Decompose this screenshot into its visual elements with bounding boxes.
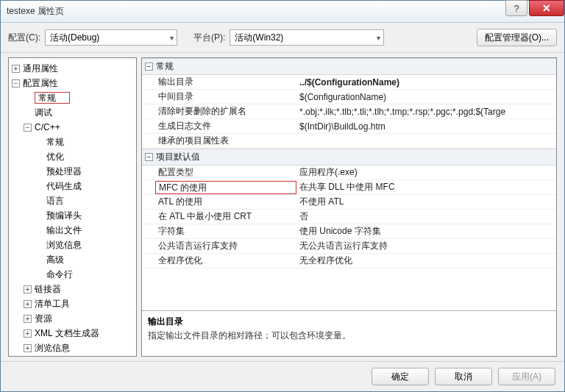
tree-cpp[interactable]: C/C++ <box>35 122 60 132</box>
tree-manifest[interactable]: 清单工具 <box>35 299 70 309</box>
property-row[interactable]: 继承的项目属性表 <box>142 134 556 149</box>
titlebar: testexe 属性页 ? ✕ <box>1 1 564 23</box>
tree-cpp-item[interactable]: 常规 <box>46 137 64 147</box>
tree-cpp-item[interactable]: 浏览信息 <box>46 240 82 250</box>
tree-xmldoc[interactable]: XML 文档生成器 <box>35 328 99 338</box>
property-row[interactable]: 生成日志文件$(IntDir)\BuildLog.htm <box>142 119 556 134</box>
platform-combo[interactable]: 活动(Win32) <box>230 29 384 46</box>
property-name: ATL 的使用 <box>142 196 296 208</box>
property-value[interactable]: $(IntDir)\BuildLog.htm <box>296 121 556 132</box>
group-defaults[interactable]: −项目默认值 <box>142 149 556 165</box>
property-name: 公共语言运行库支持 <box>142 240 296 252</box>
dialog-buttons: 确定 取消 应用(A) <box>1 361 564 391</box>
property-row[interactable]: 公共语言运行库支持无公共语言运行库支持 <box>142 239 556 254</box>
property-name: 字符集 <box>142 225 296 238</box>
config-toolbar: 配置(C): 活动(Debug) 平台(P): 活动(Win32) 配置管理器(… <box>1 23 564 53</box>
group-general[interactable]: −常规 <box>142 58 556 75</box>
expand-icon[interactable]: + <box>24 315 32 323</box>
property-value[interactable]: 应用程序(.exe) <box>296 166 556 179</box>
property-value[interactable]: 不使用 ATL <box>296 196 556 208</box>
property-row[interactable]: 字符集使用 Unicode 字符集 <box>142 224 556 239</box>
property-value[interactable]: ../$(ConfigurationName) <box>296 77 556 88</box>
property-name: MFC 的使用 <box>155 181 296 194</box>
tree-cpp-item[interactable]: 代码生成 <box>46 181 82 191</box>
content-area: +通用属性 −配置属性 常规 调试 −C/C++ 常规优化预处理器代码生成语言预… <box>1 53 564 361</box>
property-name: 清除时要删除的扩展名 <box>142 105 296 118</box>
close-button[interactable]: ✕ <box>529 0 564 16</box>
config-label: 配置(C): <box>8 32 40 44</box>
property-grid-pane: −常规 输出目录../$(ConfigurationName)中间目录$(Con… <box>141 57 557 357</box>
ok-button[interactable]: 确定 <box>372 368 429 385</box>
property-value[interactable]: 无公共语言运行库支持 <box>296 240 556 252</box>
property-row[interactable]: 输出目录../$(ConfigurationName) <box>142 75 556 90</box>
property-value[interactable]: *.obj;*.ilk;*.tlb;*.tli;*.tlh;*.tmp;*.rs… <box>296 107 556 117</box>
config-combo[interactable]: 活动(Debug) <box>45 29 177 46</box>
tree-cpp-item[interactable]: 输出文件 <box>46 225 82 235</box>
property-row[interactable]: MFC 的使用在共享 DLL 中使用 MFC <box>142 180 556 195</box>
expand-icon[interactable]: + <box>24 344 32 352</box>
expand-icon[interactable]: + <box>12 65 20 73</box>
property-row[interactable]: ATL 的使用不使用 ATL <box>142 195 556 210</box>
tree-cpp-item[interactable]: 语言 <box>46 196 64 206</box>
property-name: 继承的项目属性表 <box>142 135 296 147</box>
collapse-icon[interactable]: − <box>24 124 32 132</box>
expand-icon[interactable]: + <box>24 285 32 293</box>
tree-cpp-item[interactable]: 预编译头 <box>46 210 82 221</box>
property-value[interactable]: 无全程序优化 <box>296 254 556 267</box>
apply-button[interactable]: 应用(A) <box>498 368 555 385</box>
tree-debug[interactable]: 调试 <box>35 107 52 118</box>
property-row[interactable]: 中间目录$(ConfigurationName) <box>142 90 556 104</box>
expand-icon[interactable]: + <box>24 300 32 308</box>
tree-config-props[interactable]: 配置属性 <box>23 78 58 88</box>
platform-label: 平台(P): <box>193 32 225 44</box>
window-title: testexe 属性页 <box>7 5 505 18</box>
property-value[interactable]: 使用 Unicode 字符集 <box>296 225 556 238</box>
property-value[interactable]: $(ConfigurationName) <box>296 92 556 102</box>
config-manager-button[interactable]: 配置管理器(O)... <box>477 29 557 46</box>
tree-cpp-item[interactable]: 高级 <box>46 254 64 265</box>
property-row[interactable]: 在 ATL 中最小使用 CRT否 <box>142 210 556 224</box>
property-name: 全程序优化 <box>142 254 296 267</box>
property-row[interactable]: 配置类型应用程序(.exe) <box>142 165 556 180</box>
property-name: 配置类型 <box>142 166 296 179</box>
property-value[interactable]: 否 <box>296 210 556 223</box>
collapse-icon[interactable]: − <box>145 153 153 161</box>
property-value[interactable]: 在共享 DLL 中使用 MFC <box>296 181 556 193</box>
tree-linker[interactable]: 链接器 <box>35 284 61 294</box>
tree-resources[interactable]: 资源 <box>35 313 52 324</box>
tree-pane[interactable]: +通用属性 −配置属性 常规 调试 −C/C++ 常规优化预处理器代码生成语言预… <box>8 57 137 357</box>
tree-cpp-item[interactable]: 命令行 <box>46 269 73 279</box>
property-grid[interactable]: −常规 输出目录../$(ConfigurationName)中间目录$(Con… <box>142 58 556 310</box>
collapse-icon[interactable]: − <box>12 79 20 88</box>
tree-common-props[interactable]: 通用属性 <box>23 63 58 74</box>
property-row[interactable]: 清除时要删除的扩展名*.obj;*.ilk;*.tlb;*.tli;*.tlh;… <box>142 104 556 119</box>
property-name: 中间目录 <box>142 90 296 103</box>
property-name: 在 ATL 中最小使用 CRT <box>142 210 296 223</box>
expand-icon[interactable]: + <box>24 329 32 338</box>
property-row[interactable]: 全程序优化无全程序优化 <box>142 254 556 268</box>
property-page-window: testexe 属性页 ? ✕ 配置(C): 活动(Debug) 平台(P): … <box>0 0 565 392</box>
tree-general[interactable]: 常规 <box>35 92 70 104</box>
tree-browse[interactable]: 浏览信息 <box>35 343 70 353</box>
property-name: 生成日志文件 <box>142 120 296 132</box>
collapse-icon[interactable]: − <box>145 63 153 71</box>
description-panel: 输出目录 指定输出文件目录的相对路径；可以包含环境变量。 <box>142 310 556 356</box>
cancel-button[interactable]: 取消 <box>435 368 492 385</box>
help-button[interactable]: ? <box>505 0 527 16</box>
desc-title: 输出目录 <box>148 316 550 328</box>
tree-cpp-item[interactable]: 预处理器 <box>46 166 82 177</box>
tree-cpp-item[interactable]: 优化 <box>46 152 64 162</box>
property-name: 输出目录 <box>142 76 296 88</box>
desc-body: 指定输出文件目录的相对路径；可以包含环境变量。 <box>148 329 550 342</box>
